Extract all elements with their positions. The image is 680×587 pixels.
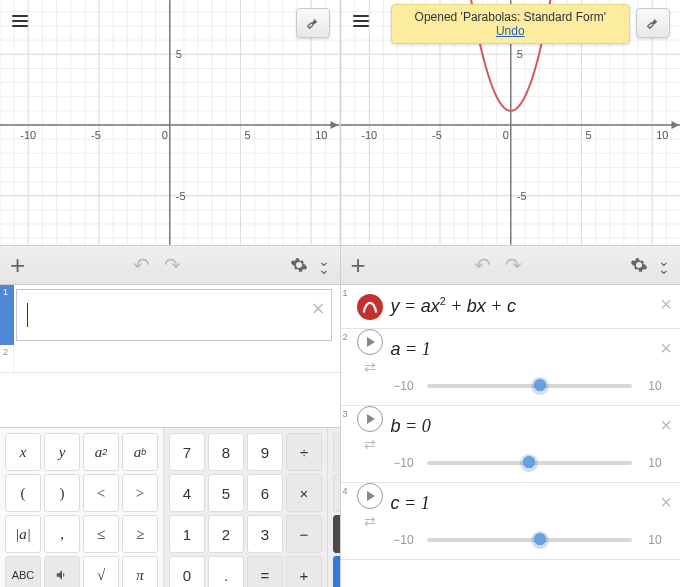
toast-undo-link[interactable]: Undo bbox=[400, 24, 622, 38]
key-ab[interactable]: ab bbox=[122, 433, 158, 471]
expression-row-empty[interactable]: 2 bbox=[0, 345, 340, 373]
key-5[interactable]: 5 bbox=[208, 474, 244, 512]
svg-text:10: 10 bbox=[315, 129, 327, 141]
svg-text:5: 5 bbox=[585, 129, 591, 141]
settings-button[interactable] bbox=[630, 256, 648, 274]
slider-row[interactable]: 4 ⇄ c = 1 × −10 10 bbox=[341, 483, 681, 560]
keypad-numbers: 7 8 9 ÷ 4 5 6 × 1 2 3 − 0 . = + bbox=[164, 428, 328, 587]
slider-thumb[interactable] bbox=[520, 454, 538, 472]
slider-max: 10 bbox=[642, 456, 668, 470]
key-lparen[interactable]: ( bbox=[5, 474, 41, 512]
key-1[interactable]: 1 bbox=[169, 515, 205, 553]
slider-thumb[interactable] bbox=[531, 377, 549, 395]
close-icon[interactable]: × bbox=[312, 296, 325, 322]
wrench-button[interactable] bbox=[296, 8, 330, 38]
key-times[interactable]: × bbox=[286, 474, 322, 512]
key-minus[interactable]: − bbox=[286, 515, 322, 553]
key-eq[interactable]: = bbox=[247, 556, 283, 587]
key-a2[interactable]: a2 bbox=[83, 433, 119, 471]
play-button[interactable] bbox=[357, 406, 383, 432]
settings-button[interactable] bbox=[290, 256, 308, 274]
slider-row[interactable]: 3 ⇄ b = 0 × −10 10 bbox=[341, 406, 681, 483]
slider-label: c = 1 bbox=[385, 483, 681, 529]
play-button[interactable] bbox=[357, 329, 383, 355]
menu-icon[interactable] bbox=[353, 12, 369, 30]
expression-row[interactable]: 1 y = ax2 + bx + c × bbox=[341, 285, 681, 329]
key-7[interactable]: 7 bbox=[169, 433, 205, 471]
key-enter[interactable]: ↵ bbox=[333, 556, 340, 587]
menu-icon[interactable] bbox=[12, 12, 28, 30]
slider-label: b = 0 bbox=[385, 406, 681, 452]
redo-button[interactable]: ↷ bbox=[164, 253, 181, 277]
close-icon[interactable]: × bbox=[660, 293, 672, 316]
key-divide[interactable]: ÷ bbox=[286, 433, 322, 471]
close-icon[interactable]: × bbox=[660, 491, 672, 514]
key-plus[interactable]: + bbox=[286, 556, 322, 587]
close-icon[interactable]: × bbox=[660, 414, 672, 437]
key-ge[interactable]: ≥ bbox=[122, 515, 158, 553]
add-expression-button[interactable]: + bbox=[10, 250, 25, 281]
play-button[interactable] bbox=[357, 483, 383, 509]
expression-input[interactable]: × bbox=[16, 289, 332, 341]
slider-min: −10 bbox=[391, 379, 417, 393]
undo-button[interactable]: ↶ bbox=[133, 253, 150, 277]
key-y[interactable]: y bbox=[44, 433, 80, 471]
key-sqrt[interactable]: √ bbox=[83, 556, 119, 587]
key-le[interactable]: ≤ bbox=[83, 515, 119, 553]
slider-track[interactable] bbox=[427, 461, 633, 465]
slider-row[interactable]: 2 ⇄ a = 1 × −10 10 bbox=[341, 329, 681, 406]
collapse-button[interactable]: ⌄⌄ bbox=[318, 257, 330, 273]
svg-text:-5: -5 bbox=[91, 129, 101, 141]
key-9[interactable]: 9 bbox=[247, 433, 283, 471]
key-pi[interactable]: π bbox=[122, 556, 158, 587]
svg-text:-10: -10 bbox=[20, 129, 36, 141]
svg-text:0: 0 bbox=[162, 129, 168, 141]
slider-min: −10 bbox=[391, 456, 417, 470]
left-graph[interactable]: -10-505105-5 bbox=[0, 0, 340, 245]
svg-text:5: 5 bbox=[176, 48, 182, 60]
close-icon[interactable]: × bbox=[660, 337, 672, 360]
key-left[interactable]: ← bbox=[333, 474, 340, 512]
key-funcs[interactable]: funcs bbox=[333, 433, 340, 471]
left-pane: -10-505105-5 + ↶ ↷ ⌄⌄ bbox=[0, 0, 340, 587]
redo-button[interactable]: ↷ bbox=[505, 253, 522, 277]
wrench-button[interactable] bbox=[636, 8, 670, 38]
collapse-button[interactable]: ⌄⌄ bbox=[658, 257, 670, 273]
row-index: 1 bbox=[0, 285, 14, 299]
key-backspace[interactable]: ⌫ bbox=[333, 515, 340, 553]
key-abc[interactable]: ABC bbox=[5, 556, 41, 587]
key-3[interactable]: 3 bbox=[247, 515, 283, 553]
svg-marker-57 bbox=[331, 121, 339, 129]
svg-text:5: 5 bbox=[516, 48, 522, 60]
key-x[interactable]: x bbox=[5, 433, 41, 471]
add-expression-button[interactable]: + bbox=[351, 250, 366, 281]
svg-text:-10: -10 bbox=[361, 129, 377, 141]
key-gt[interactable]: > bbox=[122, 474, 158, 512]
key-6[interactable]: 6 bbox=[247, 474, 283, 512]
key-8[interactable]: 8 bbox=[208, 433, 244, 471]
curve-color-icon[interactable] bbox=[357, 294, 383, 320]
slider-track[interactable] bbox=[427, 384, 633, 388]
key-dot[interactable]: . bbox=[208, 556, 244, 587]
key-rparen[interactable]: ) bbox=[44, 474, 80, 512]
key-abs[interactable]: |a| bbox=[5, 515, 41, 553]
undo-button[interactable]: ↶ bbox=[474, 253, 491, 277]
key-2[interactable]: 2 bbox=[208, 515, 244, 553]
slider-track[interactable] bbox=[427, 538, 633, 542]
expression-row-active[interactable]: 1 × bbox=[0, 285, 340, 345]
loop-mode-icon[interactable]: ⇄ bbox=[357, 359, 383, 375]
key-lt[interactable]: < bbox=[83, 474, 119, 512]
right-graph[interactable]: -10-505105-5 Opened 'Parabolas: Standard… bbox=[341, 0, 681, 245]
slider-thumb[interactable] bbox=[531, 531, 549, 549]
key-4[interactable]: 4 bbox=[169, 474, 205, 512]
key-0[interactable]: 0 bbox=[169, 556, 205, 587]
svg-marker-123 bbox=[671, 121, 679, 129]
key-audio[interactable] bbox=[44, 556, 80, 587]
svg-text:-5: -5 bbox=[432, 129, 442, 141]
loop-mode-icon[interactable]: ⇄ bbox=[357, 513, 383, 529]
loop-mode-icon[interactable]: ⇄ bbox=[357, 436, 383, 452]
toast-text: Opened 'Parabolas: Standard Form' bbox=[415, 10, 606, 24]
left-toolbar: + ↶ ↷ ⌄⌄ bbox=[0, 245, 340, 285]
keypad-vars: x y a2 ab ( ) < > |a| , ≤ ≥ ABC √ π bbox=[0, 428, 164, 587]
key-comma[interactable]: , bbox=[44, 515, 80, 553]
